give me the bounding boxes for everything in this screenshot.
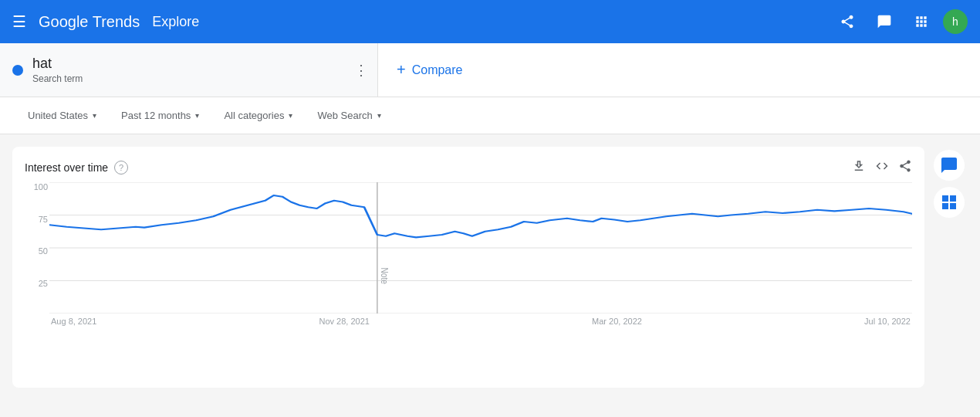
chart-area: 100 75 50 25 Note xyxy=(25,182,912,326)
search-type-arrow-icon: ▾ xyxy=(377,111,381,120)
y-label-50: 50 xyxy=(25,246,48,256)
x-label-aug: Aug 8, 2021 xyxy=(51,317,96,326)
region-filter[interactable]: United States ▾ xyxy=(19,105,106,126)
x-labels: Aug 8, 2021 Nov 28, 2021 Mar 20, 2022 Ju… xyxy=(49,317,912,326)
y-label-25: 25 xyxy=(25,279,48,288)
side-panel xyxy=(931,147,968,388)
download-icon[interactable] xyxy=(852,159,866,176)
region-label: United States xyxy=(28,110,88,121)
period-label: Past 12 months xyxy=(121,110,191,121)
chart-actions xyxy=(852,159,912,176)
side-grid-icon[interactable] xyxy=(934,187,965,218)
feedback-icon[interactable] xyxy=(869,6,900,37)
search-term-box: hat Search term ⋮ xyxy=(0,43,378,97)
region-arrow-icon: ▾ xyxy=(93,111,96,120)
help-icon[interactable]: ? xyxy=(114,161,128,175)
search-area: hat Search term ⋮ + Compare xyxy=(0,43,980,97)
app-logo: Google Trends xyxy=(39,13,140,31)
user-avatar[interactable]: h xyxy=(943,9,968,34)
search-dot xyxy=(12,65,23,76)
x-label-jul: Jul 10, 2022 xyxy=(864,317,911,326)
chart-title-text: Interest over time xyxy=(25,161,108,174)
category-arrow-icon: ▾ xyxy=(289,111,292,120)
svg-text:Note: Note xyxy=(379,267,391,284)
search-type-label: Web Search xyxy=(317,110,372,121)
search-type-filter[interactable]: Web Search ▾ xyxy=(308,105,390,126)
chart-header: Interest over time ? xyxy=(25,159,912,176)
compare-label: Compare xyxy=(412,63,463,77)
chart-card: Interest over time ? 100 75 50 xyxy=(12,147,924,388)
explore-label: Explore xyxy=(152,14,199,30)
apps-icon[interactable] xyxy=(906,6,937,37)
filters-bar: United States ▾ Past 12 months ▾ All cat… xyxy=(0,97,980,134)
category-filter[interactable]: All categories ▾ xyxy=(215,105,302,126)
x-label-mar: Mar 20, 2022 xyxy=(592,317,642,326)
search-term-menu-icon[interactable]: ⋮ xyxy=(354,62,368,79)
chart-title-area: Interest over time ? xyxy=(25,161,128,175)
side-chat-icon[interactable] xyxy=(934,150,965,181)
embed-icon[interactable] xyxy=(875,159,889,176)
search-term-content: hat Search term xyxy=(32,56,365,84)
trend-chart: Note xyxy=(49,182,912,314)
period-filter[interactable]: Past 12 months ▾ xyxy=(112,105,208,126)
search-term-name[interactable]: hat xyxy=(32,56,365,72)
compare-box[interactable]: + Compare xyxy=(378,43,980,97)
compare-plus-icon: + xyxy=(397,61,406,79)
share-small-icon[interactable] xyxy=(898,159,912,176)
share-icon[interactable] xyxy=(832,6,863,37)
main-content: Interest over time ? 100 75 50 xyxy=(0,134,980,400)
y-label-100: 100 xyxy=(25,182,48,192)
category-label: All categories xyxy=(224,110,284,121)
y-label-75: 75 xyxy=(25,215,48,224)
header-left: ☰ Google Trends Explore xyxy=(12,12,819,31)
search-term-type: Search term xyxy=(32,73,365,84)
app-header: ☰ Google Trends Explore h xyxy=(0,0,980,43)
period-arrow-icon: ▾ xyxy=(195,111,199,120)
x-label-nov: Nov 28, 2021 xyxy=(319,317,369,326)
header-right: h xyxy=(832,6,968,37)
hamburger-icon[interactable]: ☰ xyxy=(12,12,26,31)
